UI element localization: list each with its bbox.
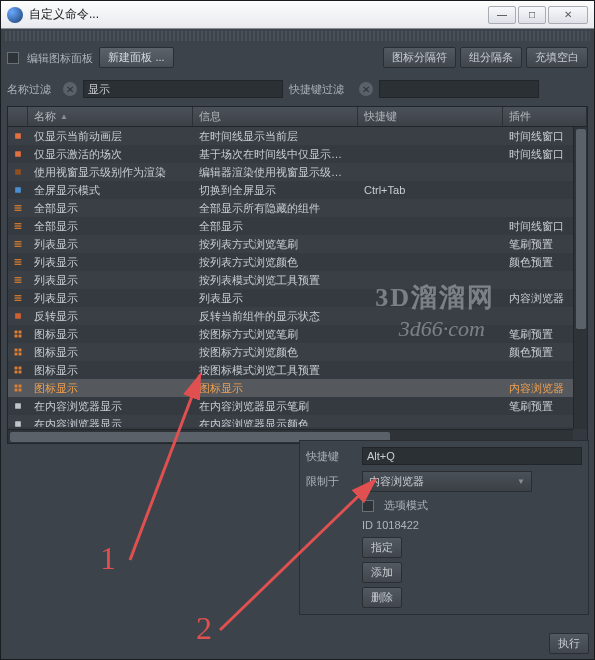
checkbox-icon — [7, 52, 19, 64]
command-table: 名称▲ 信息 快捷键 插件 仅显示当前动画层在时间线显示当前层时间线窗口仅显示激… — [7, 106, 588, 444]
row-icon — [8, 327, 28, 341]
maximize-button[interactable]: □ — [518, 6, 546, 24]
drag-handle[interactable] — [5, 31, 590, 41]
row-info: 列表显示 — [193, 291, 358, 306]
row-info: 在时间线显示当前层 — [193, 129, 358, 144]
row-plugin: 笔刷预置 — [503, 327, 583, 342]
scrollbar-thumb[interactable] — [576, 129, 586, 329]
bottom-area: 快捷键 限制于 内容浏览器 ▼ 选项模式 ID 1018422 指定 — [6, 440, 589, 654]
row-info: 切换到全屏显示 — [193, 183, 358, 198]
clear-name-filter-icon[interactable]: ✕ — [63, 82, 77, 96]
filter-bar: 名称过滤 ✕ 快捷键过滤 ✕ — [1, 76, 594, 102]
row-info: 按列表方式浏览颜色 — [193, 255, 358, 270]
table-row[interactable]: 全部显示全部显示时间线窗口 — [8, 217, 587, 235]
row-name: 列表显示 — [28, 237, 193, 252]
table-row[interactable]: 仅显示当前动画层在时间线显示当前层时间线窗口 — [8, 127, 587, 145]
row-plugin: 时间线窗口 — [503, 219, 583, 234]
svg-rect-22 — [15, 313, 21, 319]
svg-rect-10 — [15, 241, 22, 242]
delete-button[interactable]: 删除 — [362, 587, 402, 608]
table-row[interactable]: 列表显示按列表模式浏览工具预置 — [8, 271, 587, 289]
svg-rect-1 — [15, 151, 21, 157]
name-filter-input[interactable] — [83, 80, 283, 98]
window-buttons: — □ ✕ — [488, 6, 588, 24]
row-name: 列表显示 — [28, 273, 193, 288]
svg-rect-15 — [15, 264, 22, 265]
row-shortcut: Ctrl+Tab — [358, 184, 503, 196]
table-row[interactable]: 图标显示按图标方式浏览颜色颜色预置 — [8, 343, 587, 361]
vertical-scrollbar[interactable] — [573, 127, 587, 429]
shortcut-input[interactable] — [362, 447, 582, 465]
table-row[interactable]: 图标显示按图标方式浏览笔刷笔刷预置 — [8, 325, 587, 343]
restrict-label: 限制于 — [306, 474, 356, 489]
svg-rect-17 — [15, 279, 22, 280]
close-button[interactable]: ✕ — [548, 6, 588, 24]
row-icon — [8, 237, 28, 251]
svg-rect-6 — [15, 210, 22, 211]
table-row[interactable]: 在内容浏览器显示在内容浏览器显示笔刷笔刷预置 — [8, 397, 587, 415]
new-panel-button[interactable]: 新建面板 ... — [99, 47, 173, 68]
svg-rect-18 — [15, 282, 22, 283]
row-plugin: 内容浏览器 — [503, 291, 583, 306]
restrict-select[interactable]: 内容浏览器 ▼ — [362, 471, 532, 492]
table-row[interactable]: 全屏显示模式切换到全屏显示Ctrl+Tab — [8, 181, 587, 199]
table-row[interactable]: 在内容浏览器显示在内容浏览器显示颜色 — [8, 415, 587, 427]
row-info: 反转当前组件的显示状态 — [193, 309, 358, 324]
table-row[interactable]: 图标显示图标显示内容浏览器 — [8, 379, 587, 397]
row-info: 图标显示 — [193, 381, 358, 396]
clear-shortcut-filter-icon[interactable]: ✕ — [359, 82, 373, 96]
svg-rect-11 — [15, 243, 22, 244]
row-icon — [8, 417, 28, 427]
row-icon — [8, 219, 28, 233]
row-name: 图标显示 — [28, 327, 193, 342]
table-row[interactable]: 列表显示按列表方式浏览颜色颜色预置 — [8, 253, 587, 271]
svg-rect-14 — [15, 261, 22, 262]
assign-button[interactable]: 指定 — [362, 537, 402, 558]
svg-rect-30 — [19, 353, 22, 356]
table-row[interactable]: 仅显示激活的场次基于场次在时间线中仅显示激活时间线窗口 — [8, 145, 587, 163]
table-row[interactable]: 图标显示按图标模式浏览工具预置 — [8, 361, 587, 379]
svg-rect-37 — [15, 389, 18, 392]
row-info: 按列表方式浏览笔刷 — [193, 237, 358, 252]
table-row[interactable]: 列表显示按列表方式浏览笔刷笔刷预置 — [8, 235, 587, 253]
table-row[interactable]: 反转显示反转当前组件的显示状态 — [8, 307, 587, 325]
chevron-down-icon: ▼ — [517, 477, 525, 486]
app-icon — [7, 7, 23, 23]
table-row[interactable]: 列表显示列表显示内容浏览器 — [8, 289, 587, 307]
col-shortcut[interactable]: 快捷键 — [358, 107, 503, 126]
titlebar[interactable]: 自定义命令... — □ ✕ — [1, 1, 594, 29]
row-icon — [8, 345, 28, 359]
svg-rect-3 — [15, 187, 21, 193]
group-separator-button[interactable]: 组分隔条 — [460, 47, 522, 68]
edit-icon-board-toggle[interactable]: 编辑图标面板 — [7, 49, 93, 67]
shortcut-filter-label: 快捷键过滤 — [289, 82, 353, 97]
shortcut-panel: 快捷键 限制于 内容浏览器 ▼ 选项模式 ID 1018422 指定 — [299, 440, 589, 615]
col-name[interactable]: 名称▲ — [28, 107, 193, 126]
row-icon — [8, 309, 28, 323]
col-plugin[interactable]: 插件 — [503, 107, 587, 126]
fill-blank-button[interactable]: 充填空白 — [526, 47, 588, 68]
row-name: 在内容浏览器显示 — [28, 417, 193, 428]
svg-rect-0 — [15, 133, 21, 139]
id-label: ID 1018422 — [362, 519, 419, 531]
col-icon[interactable] — [8, 107, 28, 126]
row-icon — [8, 381, 28, 395]
svg-rect-27 — [15, 349, 18, 352]
svg-rect-34 — [19, 371, 22, 374]
execute-button[interactable]: 执行 — [549, 633, 589, 654]
row-plugin: 颜色预置 — [503, 345, 583, 360]
add-button[interactable]: 添加 — [362, 562, 402, 583]
svg-rect-28 — [19, 349, 22, 352]
shortcut-filter-input[interactable] — [379, 80, 539, 98]
table-row[interactable]: 使用视窗显示级别作为渲染编辑器渲染使用视窗显示级别作 — [8, 163, 587, 181]
svg-rect-40 — [15, 421, 21, 427]
icon-separator-button[interactable]: 图标分隔符 — [383, 47, 456, 68]
table-row[interactable]: 全部显示全部显示所有隐藏的组件 — [8, 199, 587, 217]
minimize-button[interactable]: — — [488, 6, 516, 24]
row-icon — [8, 129, 28, 143]
row-plugin: 内容浏览器 — [503, 381, 583, 396]
option-mode-checkbox[interactable] — [362, 500, 374, 512]
col-info[interactable]: 信息 — [193, 107, 358, 126]
table-body[interactable]: 仅显示当前动画层在时间线显示当前层时间线窗口仅显示激活的场次基于场次在时间线中仅… — [8, 127, 587, 427]
row-info: 基于场次在时间线中仅显示激活 — [193, 147, 358, 162]
